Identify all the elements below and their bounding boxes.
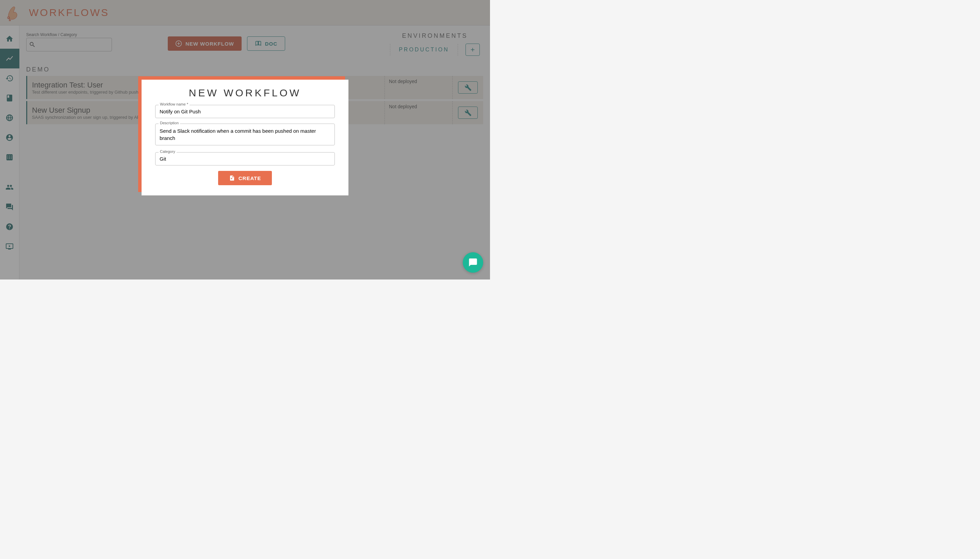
description-label: Description (158, 121, 180, 125)
modal-wrap: NEW WORKFLOW Workflow name * Description… (142, 79, 348, 195)
modal-title: NEW WORKFLOW (155, 87, 335, 99)
category-input[interactable] (155, 152, 335, 165)
workflow-name-field: Workflow name * (155, 105, 335, 118)
chat-bubble-icon (468, 258, 478, 267)
category-field: Category (155, 152, 335, 165)
modal-overlay[interactable]: NEW WORKFLOW Workflow name * Description… (0, 0, 490, 280)
new-workflow-modal: NEW WORKFLOW Workflow name * Description… (142, 79, 348, 195)
file-plus-icon (229, 175, 235, 181)
create-button[interactable]: CREATE (218, 171, 272, 185)
workflow-name-label: Workflow name * (158, 102, 190, 106)
description-input[interactable] (155, 124, 335, 146)
chat-fab[interactable] (463, 252, 483, 273)
description-field: Description (155, 124, 335, 147)
create-label: CREATE (239, 175, 261, 181)
workflow-name-input[interactable] (155, 105, 335, 118)
category-label: Category (158, 149, 177, 154)
